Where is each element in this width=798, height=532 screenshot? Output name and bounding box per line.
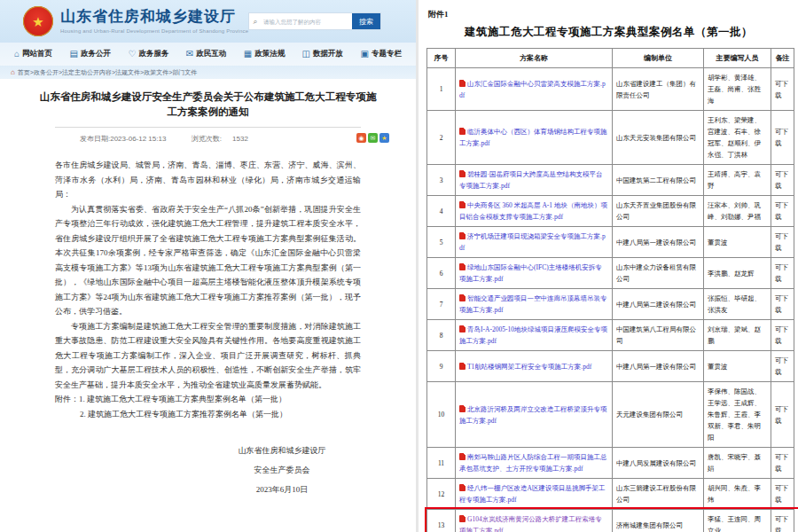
site-title-block: 山东省住房和城乡建设厅 Housing and Urban-Rural Deve… [60, 6, 248, 34]
table-header: 序号方案名称编制单位主要编写人员备注 [427, 49, 794, 68]
search-icon: ⌕ [249, 13, 262, 29]
nav-item-interaction[interactable]: ✉政民互动 [186, 49, 226, 59]
row-number: 11 [427, 448, 456, 479]
nav-item-policies[interactable]: ▦政策法规 [244, 49, 285, 59]
search-input[interactable] [262, 13, 352, 29]
building-icon: ▤ [70, 50, 78, 59]
plan-link[interactable]: 智能交通产业园项目一空中连廊吊顶幕墙吊装专项施工方案.pdf [459, 294, 607, 314]
nav-item-special-columns[interactable]: ▣专题专栏 [360, 49, 401, 59]
authors-cell: 王靖搏、高宇、袁野 [704, 165, 771, 196]
portal-page: ★ 山东省住房和城乡建设厅 Housing and Urban-Rural De… [0, 0, 416, 532]
pdf-icon [459, 515, 466, 522]
pdf-icon [459, 294, 466, 301]
note-cell: 可下载 [771, 196, 794, 227]
signature-block: 山东省住房和城乡建设厅安全生产委员会2023年6月10日 [198, 441, 366, 499]
weibo-share-icon[interactable]: ◉ [356, 133, 366, 143]
article-paragraph: 为认真贯彻落实省委、省政府关于安全生产“八抓20条”创新举措，巩固提升安全生产专… [55, 202, 361, 319]
breadcrumb[interactable]: ⌂ 首页>政务公开>法定主动公开内容>法规文件>政策文件>部门文件 [0, 66, 416, 79]
table-row: 5济宁机场迁建项目现浇箱梁安全专项施工方案.pdf中建八局第一建设有限公司董贯波… [427, 227, 794, 258]
authors-cell: 刘京瑞、梁斌、赵鹏 [704, 320, 771, 351]
pdf-icon [459, 201, 466, 208]
plan-link[interactable]: T1航站楼钢网架工程安全专项施工方案.pdf [467, 363, 591, 371]
home-icon: ⌂ [11, 69, 15, 76]
table-row: 6绿地山东国际金融中心(IFC)主塔楼塔机安拆专项施工方案.pdf山东中建众力设… [427, 258, 794, 289]
table-row: 10北京路沂河桥及两岸立交改造工程桥梁顶升专项施工方案.pdf天元建设集团有限公… [427, 382, 794, 448]
table-row: 2临沂奥体中心（西区）体育场钢结构工程专项施工方案.pdf山东天元安装集团有限公… [427, 111, 794, 165]
plan-link[interactable]: G104京岚线济南黄河公路大桥扩建工程索塔专项施工方案.pdf [459, 515, 602, 532]
breadcrumb-text: 首页>政务公开>法定主动公开内容>法规文件>政策文件>部门文件 [18, 68, 197, 77]
nav-item-gov-services[interactable]: ♡政务服务 [128, 49, 168, 59]
pdf-icon [459, 80, 466, 87]
org-cell: 山东省建设建工（集团）有限责任公司 [613, 68, 704, 111]
article-paragraph: 各市住房城乡建设局、城管局，济南、青岛、淄博、枣庄、东营、济宁、威海、滨州、菏泽… [55, 158, 361, 202]
attachment-title: 建筑施工危大工程专项施工方案典型案例名单（第一批） [426, 25, 791, 40]
national-emblem-logo: ★ [23, 6, 53, 36]
authors-cell: 唐凯、宋晓宇、聂娟 [704, 448, 771, 479]
table-row: 3碧桂园·国岳府项目大跨度高悬空结构支模平台专项施工方案.pdf中国建筑第二工程… [427, 165, 794, 196]
row-number: 12 [427, 479, 456, 510]
attachment-ref: 2. 建筑施工危大工程专项施工方案推荐案例名单（第一批） [55, 407, 361, 422]
note-cell: 可下载 [771, 448, 794, 479]
nav-item-gov-disclosure[interactable]: ▤政务公开 [70, 49, 111, 59]
table-row: 12经八纬一棚户区改造A区建设项目悬挑脚手架工程专项施工方案.pdf山东三箭建设… [427, 479, 794, 510]
table-row: 4中央商务区 360 米超高层 A-1 地块（南地块）项目铝合金模板支撑专项施工… [427, 196, 794, 227]
table-row: 11南郊马鞍山路片区人防综合工程一期项目施工总承包基坑支护、土方开挖专项施工方案… [427, 448, 794, 479]
attachment-list: 附件：1. 建筑施工危大工程专项施工方案典型案例名单（第一批）2. 建筑施工危大… [55, 392, 361, 421]
signature-line: 安全生产委员会 [198, 460, 366, 480]
plan-link[interactable]: 济宁机场迁建项目现浇箱梁安全专项施工方案.pdf [459, 232, 606, 252]
favorite-share-icon[interactable]: ★ [379, 133, 389, 143]
article-body: 各市住房城乡建设局、城管局，济南、青岛、淄博、枣庄、东营、济宁、威海、滨州、菏泽… [55, 158, 361, 392]
row-number: 13 [427, 510, 456, 532]
search-button[interactable]: 搜索 [352, 13, 380, 29]
org-cell: 山东天齐置业集团股份有限公司 [613, 196, 704, 227]
plan-link[interactable]: 中央商务区 360 米超高层 A-1 地块（南地块）项目铝合金模板支撑专项施工方… [459, 201, 607, 221]
authors-cell: 胡学彬、黄泽雄、王磊、尚甫、张胜海 [704, 68, 771, 111]
plan-link[interactable]: 绿地山东国际金融中心(IFC)主塔楼塔机安拆专项施工方案.pdf [459, 263, 602, 283]
signature-line: 山东省住房和城乡建设厅 [198, 441, 366, 460]
table-row: 9T1航站楼钢网架工程安全专项施工方案.pdf中建八局第一建设有限公司董贯波可下… [427, 351, 794, 382]
plan-link[interactable]: 青岛I-A-2005-10地块绿城项目液压爬模安全专项施工方案.pdf [459, 325, 607, 345]
row-number: 3 [427, 165, 456, 196]
share-icons: ◉ ✉ ★ [356, 133, 389, 143]
org-cell: 中建八局第一建设有限公司 [613, 351, 704, 382]
nav-item-open-data[interactable]: ◫数据开放 [302, 49, 343, 59]
note-cell: 可下载 [771, 68, 794, 111]
plan-link[interactable]: 南郊马鞍山路片区人防综合工程一期项目施工总承包基坑支护、土方开挖专项施工方案.p… [459, 453, 607, 473]
column-header: 序号 [427, 49, 456, 68]
note-cell: 可下载 [771, 111, 794, 165]
article-paragraph: 专项施工方案编制是建筑施工危大工程安全管理的重要制度措施，对消除建筑施工重大事故… [55, 319, 361, 393]
column-header: 主要编写人员 [704, 49, 771, 68]
main-nav: ⌂网站首页▤政务公开♡政务服务✉政民互动▦政策法规◫数据开放▣专题专栏 [0, 43, 416, 66]
plan-link[interactable]: 山东汇金国际金融中心贝雷梁高支模施工方案.pdf [459, 80, 606, 99]
authors-cell: 李保伟、陈国战、王学远、王成辉、朱鲁辉、王霞、李双新、李君、朱明阳 [704, 382, 771, 448]
table-row: 13G104京岚线济南黄河公路大桥扩建工程索塔专项施工方案.pdf济南城建集团有… [427, 510, 794, 532]
authors-cell: 张振恒、毕研超、张洪友 [704, 289, 771, 320]
nav-item-home[interactable]: ⌂网站首页 [14, 49, 52, 59]
document-icon: ▦ [244, 50, 252, 59]
plan-cell: 济宁机场迁建项目现浇箱梁安全专项施工方案.pdf [456, 227, 613, 258]
table-body: 1山东汇金国际金融中心贝雷梁高支模施工方案.pdf山东省建设建工（集团）有限责任… [427, 68, 794, 532]
plan-link[interactable]: 经八纬一棚户区改造A区建设项目悬挑脚手架工程专项施工方案.pdf [459, 484, 605, 504]
plan-link[interactable]: 北京路沂河桥及两岸立交改造工程桥梁顶升专项施工方案.pdf [459, 405, 607, 425]
plan-link[interactable]: 碧桂园·国岳府项目大跨度高悬空结构支模平台专项施工方案.pdf [459, 170, 603, 190]
org-cell: 中建八局第一建设有限公司 [613, 227, 704, 258]
plan-link[interactable]: 临沂奥体中心（西区）体育场钢结构工程专项施工方案.pdf [459, 128, 607, 147]
org-cell: 济南城建集团有限公司 [613, 510, 704, 532]
pdf-icon [459, 405, 466, 412]
table-row: 1山东汇金国际金融中心贝雷梁高支模施工方案.pdf山东省建设建工（集团）有限责任… [427, 68, 794, 111]
wechat-share-icon[interactable]: ✉ [368, 133, 378, 143]
authors-cell: 董贯波 [704, 227, 771, 258]
pdf-icon [459, 484, 466, 491]
note-cell: 可下载 [771, 479, 794, 510]
row-number: 2 [427, 111, 456, 165]
org-cell: 中国建筑第八工程局有限公司 [613, 320, 704, 351]
row-number: 8 [427, 320, 456, 351]
site-title-en: Housing and Urban-Rural Development Depa… [60, 28, 248, 34]
chart-icon: ◫ [302, 50, 310, 59]
nav-label: 网站首页 [22, 49, 52, 59]
chat-icon: ✉ [186, 50, 193, 59]
authors-cell: 汪家本、刘帅、巩峰、刘勒娜、尹福 [704, 196, 771, 227]
plan-cell: 青岛I-A-2005-10地块绿城项目液压爬模安全专项施工方案.pdf [456, 320, 613, 351]
attachment-ref: 附件：1. 建筑施工危大工程专项施工方案典型案例名单（第一批） [55, 392, 361, 407]
org-cell: 山东天元安装集团有限公司 [613, 111, 704, 165]
